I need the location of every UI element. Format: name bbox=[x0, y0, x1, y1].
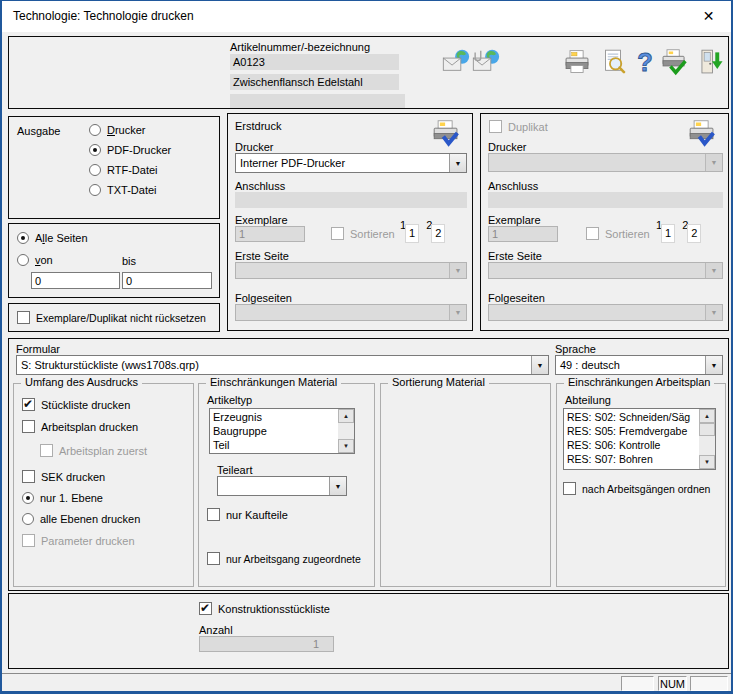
konstruktion-panel: Konstruktionsstückliste Anzahl 1 bbox=[8, 593, 729, 669]
list-item[interactable]: Erzeugnis bbox=[213, 410, 338, 424]
checkbox-konstruktionsstueckliste[interactable]: Konstruktionsstückliste bbox=[199, 602, 330, 615]
title-bar: Technologie: Technologie drucken ✕ bbox=[2, 1, 731, 32]
list-item[interactable]: RES: S05: Fremdvergabe bbox=[567, 424, 699, 438]
folgeseiten-combobox: ▼ bbox=[488, 304, 723, 321]
printer-select-icon[interactable] bbox=[688, 118, 716, 148]
chevron-down-icon[interactable]: ▼ bbox=[705, 356, 722, 374]
exit-icon[interactable] bbox=[698, 47, 726, 77]
chevron-down-icon[interactable]: ▼ bbox=[449, 154, 466, 172]
chevron-down-icon[interactable]: ▼ bbox=[329, 477, 346, 495]
print-ok-icon[interactable] bbox=[660, 47, 688, 77]
scrollbar-thumb[interactable] bbox=[699, 423, 715, 436]
group-title: Einschränkungen Material bbox=[206, 376, 341, 388]
exemplare-input: 1 bbox=[488, 226, 558, 242]
radio-alle-ebenen[interactable]: alle Ebenen drucken bbox=[22, 513, 140, 525]
scrollbar[interactable]: ▲ ▼ bbox=[338, 409, 354, 453]
erste-seite-label: Erste Seite bbox=[235, 250, 289, 262]
abteilung-listbox[interactable]: RES: S02: Schneiden/Säg RES: S05: Fremdv… bbox=[563, 408, 716, 470]
combobox-value bbox=[236, 305, 449, 320]
scroll-up-icon[interactable]: ▲ bbox=[699, 409, 715, 423]
von-input[interactable]: 0 bbox=[31, 272, 120, 289]
drucker-label: Drucker bbox=[488, 141, 527, 153]
send-mail-icon[interactable] bbox=[442, 47, 470, 77]
scrollbar[interactable]: ▲ ▼ bbox=[699, 409, 715, 469]
window-title: Technologie: Technologie drucken bbox=[13, 9, 194, 23]
reset-panel: Exemplare/Duplikat nicht rücksetzen bbox=[8, 303, 220, 332]
erste-seite-label: Erste Seite bbox=[488, 250, 542, 262]
radio-circle bbox=[22, 492, 34, 504]
checkbox-box bbox=[199, 602, 212, 615]
group-sortierung: Sortierung Material bbox=[380, 383, 551, 587]
checkbox-arbeitsplan-drucken[interactable]: Arbeitsplan drucken bbox=[22, 420, 138, 433]
bis-input[interactable]: 0 bbox=[122, 272, 212, 289]
radio-drucker[interactable]: Drucker bbox=[89, 124, 146, 136]
send-mail-attachment-icon[interactable] bbox=[472, 47, 500, 77]
radio-txt-datei[interactable]: TXT-Datei bbox=[89, 184, 157, 196]
formular-combobox[interactable]: S: Strukturstückliste (wws1708s.qrp) ▼ bbox=[16, 355, 549, 375]
radio-circle bbox=[89, 124, 101, 136]
drucker-combobox[interactable]: Interner PDF-Drucker ▼ bbox=[235, 153, 467, 173]
scroll-down-icon[interactable]: ▼ bbox=[699, 455, 715, 469]
radio-circle bbox=[89, 184, 101, 196]
combobox-value bbox=[218, 477, 329, 495]
list-item[interactable]: Teil bbox=[213, 438, 338, 452]
radio-label: RTF-Datei bbox=[107, 164, 158, 176]
scroll-down-icon[interactable]: ▼ bbox=[338, 439, 354, 453]
sprache-combobox[interactable]: 49 : deutsch ▼ bbox=[555, 355, 723, 375]
checkbox-label: nur Arbeitsgang zugeordnete bbox=[226, 553, 361, 565]
combobox-value: 49 : deutsch bbox=[556, 356, 705, 374]
radio-circle bbox=[17, 232, 29, 244]
anzahl-label: Anzahl bbox=[199, 624, 233, 636]
checkbox-label: Exemplare/Duplikat nicht rücksetzen bbox=[36, 312, 206, 324]
checkbox-box bbox=[22, 534, 35, 547]
print-icon[interactable] bbox=[563, 47, 591, 77]
bis-label: bis bbox=[122, 255, 136, 267]
artikeltyp-listbox[interactable]: Erzeugnis Baugruppe Teil ▲ ▼ bbox=[209, 408, 355, 454]
printer-select-icon[interactable] bbox=[432, 118, 460, 148]
group-title: Sortierung Material bbox=[388, 376, 489, 388]
radio-pdf-drucker[interactable]: PDF-Drucker bbox=[89, 144, 171, 156]
list-item[interactable]: RES: S06: Kontrolle bbox=[567, 438, 699, 452]
radio-nur-1-ebene[interactable]: nur 1. Ebene bbox=[22, 492, 103, 504]
checkbox-nur-arbeitsgang[interactable]: nur Arbeitsgang zugeordnete bbox=[207, 552, 361, 565]
checkbox-duplikat: Duplikat bbox=[489, 120, 548, 133]
radio-label: von bbox=[35, 254, 53, 266]
close-icon: ✕ bbox=[703, 8, 715, 24]
list-item[interactable]: RES: S07: Bohren bbox=[567, 452, 699, 466]
chevron-down-icon[interactable]: ▼ bbox=[531, 356, 548, 374]
scroll-up-icon[interactable]: ▲ bbox=[338, 409, 354, 423]
checkbox-box bbox=[22, 398, 35, 411]
checkbox-stueckliste-drucken[interactable]: Stückliste drucken bbox=[22, 398, 130, 411]
close-button[interactable]: ✕ bbox=[686, 1, 731, 31]
checkbox-box bbox=[563, 482, 576, 495]
checkbox-nur-kaufteile[interactable]: nur Kaufteile bbox=[207, 508, 288, 521]
drucker-label: Drucker bbox=[235, 141, 274, 153]
erste-seite-combobox: ▼ bbox=[488, 262, 723, 279]
checkbox-sek-drucken[interactable]: SEK drucken bbox=[22, 470, 105, 483]
abteilung-label: Abteilung bbox=[565, 394, 611, 406]
list-item[interactable]: RES: S02: Schneiden/Säg bbox=[567, 410, 699, 424]
listbox-items: Erzeugnis Baugruppe Teil bbox=[210, 409, 338, 453]
erste-seite-combobox: ▼ bbox=[235, 262, 467, 279]
checkbox-nicht-ruecksetzen[interactable]: Exemplare/Duplikat nicht rücksetzen bbox=[17, 311, 206, 324]
checkbox-box bbox=[207, 508, 220, 521]
radio-von[interactable]: von bbox=[17, 254, 53, 266]
teileart-combobox[interactable]: ▼ bbox=[217, 476, 347, 496]
send-mail-graphic bbox=[442, 47, 470, 77]
options-panel: Formular S: Strukturstückliste (wws1708s… bbox=[8, 338, 729, 591]
exemplare-input: 1 bbox=[235, 226, 305, 242]
print-preview-icon[interactable] bbox=[599, 47, 627, 77]
radio-label: Drucker bbox=[107, 124, 146, 136]
help-icon[interactable]: ? bbox=[631, 47, 659, 77]
checkbox-label: Arbeitsplan zuerst bbox=[59, 445, 147, 457]
checkbox-label: Konstruktionsstückliste bbox=[218, 603, 330, 615]
exit-graphic bbox=[698, 47, 726, 77]
radio-rtf-datei[interactable]: RTF-Datei bbox=[89, 164, 158, 176]
list-item[interactable]: Baugruppe bbox=[213, 424, 338, 438]
article-extra-field bbox=[230, 94, 405, 108]
checkbox-arbeitsplan-zuerst: Arbeitsplan zuerst bbox=[40, 444, 147, 457]
checkbox-nach-arbeitsgaengen[interactable]: nach Arbeitsgängen ordnen bbox=[563, 482, 710, 495]
article-name-field: Zwischenflansch Edelstahl bbox=[230, 74, 399, 90]
radio-alle-seiten[interactable]: Alle Seiten bbox=[17, 232, 88, 244]
checkbox-parameter-drucken: Parameter drucken bbox=[22, 534, 135, 547]
